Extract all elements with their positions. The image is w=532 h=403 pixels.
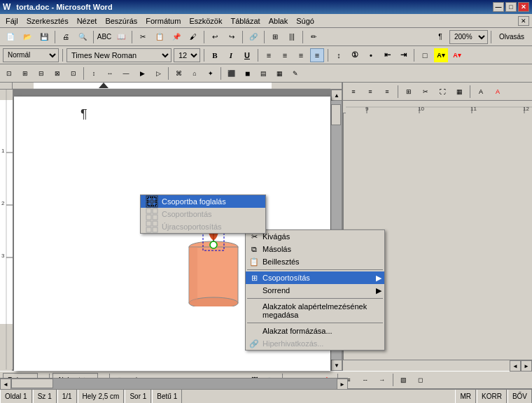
undo-button[interactable]: ↩ [207, 29, 223, 45]
ctx-csoportositas[interactable]: ⊞ Csoportosítás ▶ [246, 271, 384, 284]
para-button[interactable]: ¶ [433, 29, 448, 45]
tb3-btn15[interactable]: ◼ [239, 66, 255, 81]
spell-button[interactable]: ABC [97, 29, 112, 45]
font-name-select[interactable]: Times New Roman [66, 48, 172, 62]
open-button[interactable]: 📂 [20, 29, 35, 45]
scroll-thumb[interactable] [331, 104, 341, 125]
right-btn9[interactable]: A [490, 84, 505, 99]
dash-style-btn[interactable]: -- [358, 372, 373, 388]
menu-tools[interactable]: Eszközök [185, 15, 226, 27]
right-btn7[interactable]: ▦ [451, 84, 467, 99]
status-korr[interactable]: KORR [477, 390, 507, 403]
reading-button[interactable]: Olvasás [494, 29, 529, 45]
menu-help[interactable]: Súgó [292, 15, 318, 27]
menu-window[interactable]: Ablak [265, 15, 293, 27]
menu-view[interactable]: Nézet [73, 15, 102, 27]
tb3-btn9[interactable]: ▶ [134, 66, 150, 81]
tb3-btn11[interactable]: ⌘ [171, 66, 186, 81]
bold-button[interactable]: B [208, 48, 222, 62]
style-select[interactable]: Normál [3, 48, 59, 62]
h-scroll-right[interactable]: ► [337, 379, 348, 390]
maximize-button[interactable]: □ [505, 2, 517, 12]
arrow-style-btn[interactable]: → [374, 372, 390, 388]
tb3-btn16[interactable]: ▤ [255, 66, 271, 81]
menu-table[interactable]: Táblázat [226, 15, 264, 27]
right-btn8[interactable]: A [473, 84, 489, 99]
font-color-button[interactable]: A▾ [450, 48, 464, 62]
new-button[interactable]: 📄 [3, 29, 18, 45]
tb3-btn12[interactable]: ⌂ [187, 66, 202, 81]
ctx-sorrend[interactable]: Sorrend ▶ [246, 284, 384, 297]
right-scroll-left[interactable]: ◄ [510, 360, 521, 372]
right-btn1[interactable]: ≡ [346, 84, 361, 99]
horizontal-scrollbar[interactable]: ◄ ► [0, 378, 348, 389]
ctx-masolas[interactable]: ⧉ Másolás [246, 243, 384, 255]
format-painter[interactable]: 🖌 [186, 29, 201, 45]
tb3-btn13[interactable]: ✦ [203, 66, 218, 81]
right-scroll-right[interactable]: ► [521, 360, 532, 372]
tb3-btn17[interactable]: ▦ [272, 66, 287, 81]
menu-insert[interactable]: Beszúrás [101, 15, 141, 27]
ctx-alakzat-formazas[interactable]: Alakzat formázása... [246, 325, 384, 337]
redo-button[interactable]: ↪ [224, 29, 239, 45]
increase-indent-button[interactable]: ⇥ [396, 48, 410, 62]
submenu-csoportbontas[interactable]: Csoportbontás [141, 208, 265, 220]
hyperlink-button[interactable]: 🔗 [246, 29, 261, 45]
drawing-button[interactable]: ✏ [306, 29, 321, 45]
align-left-button[interactable]: ≡ [262, 48, 276, 62]
right-btn2[interactable]: ≡ [363, 84, 378, 99]
columns-button[interactable]: ||| [284, 29, 300, 45]
tb3-btn8[interactable]: — [118, 66, 134, 81]
paste-button[interactable]: 📌 [169, 29, 184, 45]
tb3-btn18[interactable]: ✎ [288, 66, 303, 81]
align-center-button[interactable]: ≡ [278, 48, 292, 62]
save-button[interactable]: 💾 [36, 29, 52, 45]
zoom-select[interactable]: 200% 100% 75% [449, 30, 488, 44]
tb3-btn3[interactable]: ⊟ [34, 66, 49, 81]
tb3-btn10[interactable]: ▷ [150, 66, 166, 81]
decrease-indent-button[interactable]: ⇤ [380, 48, 394, 62]
3d-btn[interactable]: ◻ [413, 372, 428, 388]
tb3-btn5[interactable]: ⊡ [66, 66, 81, 81]
tb3-btn4[interactable]: ⊠ [50, 66, 65, 81]
tb3-btn6[interactable]: ↕ [86, 66, 102, 81]
research-button[interactable]: 📖 [113, 29, 129, 45]
tb3-btn7[interactable]: ↔ [102, 66, 118, 81]
scroll-down-button[interactable]: ▼ [331, 360, 342, 371]
scroll-up-button[interactable]: ▲ [331, 90, 342, 101]
h-scroll-left[interactable]: ◄ [0, 379, 11, 390]
menu-format[interactable]: Formátum [141, 15, 185, 27]
outside-border-button[interactable]: □ [418, 48, 432, 62]
ctx-beillesztes[interactable]: 📋 Beillesztés [246, 255, 384, 268]
submenu-csoportba-foglalas[interactable]: Csoportba foglalás [141, 195, 265, 208]
ctx-hiperhivatkozas[interactable]: 🔗 Hiperhivatkozás... [246, 337, 384, 350]
right-btn6[interactable]: ⛶ [435, 84, 450, 99]
submenu-ujracsoportositas[interactable]: Újracsoportosítás [141, 220, 265, 233]
print-button[interactable]: 🖨 [58, 29, 74, 45]
align-right-button[interactable]: ≡ [294, 48, 308, 62]
print-preview-button[interactable]: 🔍 [75, 29, 90, 45]
table-button[interactable]: ⊞ [267, 29, 283, 45]
close-button[interactable]: ✕ [518, 2, 529, 12]
italic-button[interactable]: I [224, 48, 238, 62]
font-size-select[interactable]: 12 [174, 48, 200, 62]
right-btn3[interactable]: ≡ [379, 84, 395, 99]
panel-close-button[interactable]: ✕ [518, 16, 529, 26]
bullet-list-button[interactable]: • [364, 48, 378, 62]
shadow-btn[interactable]: ▧ [396, 372, 412, 388]
num-list-button[interactable]: ① [348, 48, 362, 62]
cut-button[interactable]: ✂ [135, 29, 150, 45]
right-btn5[interactable]: ✂ [418, 84, 433, 99]
ctx-kivagas[interactable]: ✂ Kivágás [246, 230, 384, 243]
tb3-btn2[interactable]: ⊞ [18, 66, 33, 81]
ctx-alapertelmezas[interactable]: Alakzatok alapértelmezésének megadása [246, 300, 384, 321]
highlight-button[interactable]: A▾ [434, 48, 448, 62]
underline-button[interactable]: U [240, 48, 254, 62]
tb3-btn1[interactable]: ⊡ [1, 66, 17, 81]
line-spacing-button[interactable]: ↕ [332, 48, 346, 62]
right-btn4[interactable]: ⊞ [401, 84, 416, 99]
status-bov[interactable]: BŐV [507, 390, 532, 403]
minimize-button[interactable]: — [493, 2, 504, 12]
menu-file[interactable]: Fájl [1, 15, 22, 27]
align-justify-button[interactable]: ≡ [310, 48, 324, 62]
